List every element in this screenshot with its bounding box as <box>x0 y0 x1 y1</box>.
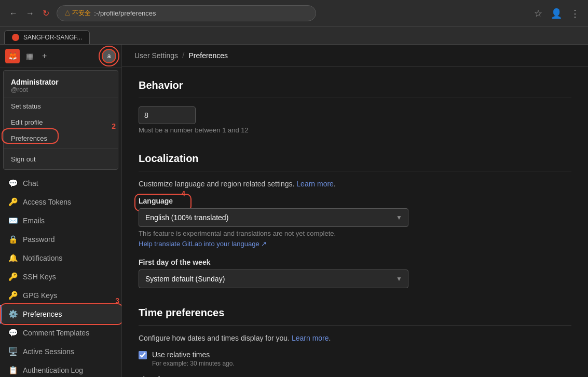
behavior-section: Behavior Must be a number between 1 and … <box>139 79 571 134</box>
notifications-icon: 🔔 <box>8 253 18 263</box>
avatar-initials: a <box>107 52 111 60</box>
language-select-wrapper: English (100% translated) Chinese (Simpl… <box>139 208 408 227</box>
sidebar-item-label: GPG Keys <box>23 291 57 300</box>
language-select[interactable]: English (100% translated) Chinese (Simpl… <box>139 208 408 227</box>
relative-times-label-group: Use relative times For example: 30 minut… <box>152 351 235 367</box>
active-sessions-icon: 🖥️ <box>8 347 18 356</box>
localization-description: Customize language and region related se… <box>139 180 571 188</box>
sidebar-item-ssh-keys[interactable]: 🔑 SSH Keys <box>0 267 121 286</box>
sidebar-item-label: Emails <box>23 217 45 225</box>
sign-out-item[interactable]: Sign out <box>4 151 118 167</box>
password-icon: 🔒 <box>8 235 18 244</box>
address-bar[interactable]: △ 不安全 :-/profile/preferences <box>57 5 316 21</box>
language-translate-link: Help translate GitLab into your language… <box>139 240 571 248</box>
translate-link[interactable]: Help translate GitLab into your language… <box>139 240 267 248</box>
time-prefs-section: Time preferences Configure how dates and… <box>139 307 571 377</box>
gpg-keys-icon: 🔑 <box>8 291 18 300</box>
sidebar-toggle-button[interactable]: ▦ <box>24 49 36 63</box>
bookmark-button[interactable]: ☆ <box>532 6 544 21</box>
sidebar-item-label: Authentication Log <box>23 366 83 374</box>
emails-icon: ✉️ <box>8 216 18 225</box>
app-layout: 🦊 ▦ + a 1 Administrator @root Set status… <box>0 45 588 377</box>
relative-times-row: Use relative times For example: 30 minut… <box>139 351 571 367</box>
sidebar-item-label: Password <box>23 235 54 244</box>
address-text: :-/profile/preferences <box>94 9 156 17</box>
sidebar-item-label: Active Sessions <box>23 347 74 356</box>
relative-times-hint: For example: 30 minutes ago. <box>152 360 235 367</box>
localization-section-title: Localization <box>139 153 571 171</box>
back-button[interactable]: ← <box>6 7 21 20</box>
sidebar-item-access-tokens[interactable]: 🔑 Access Tokens <box>0 193 121 211</box>
user-info: Administrator @root <box>4 73 118 98</box>
first-day-select[interactable]: System default (Sunday) Monday Sunday Sa… <box>139 270 408 288</box>
annotation-number-4: 4 <box>181 190 185 198</box>
breadcrumb-current: Preferences <box>189 51 228 60</box>
sidebar-item-label: SSH Keys <box>23 273 56 281</box>
relative-times-label: Use relative times <box>152 351 235 359</box>
behavior-section-title: Behavior <box>139 79 571 98</box>
behavior-input[interactable] <box>139 106 196 124</box>
preferences-icon: ⚙️ <box>8 309 18 319</box>
relative-times-checkbox[interactable] <box>139 351 147 359</box>
chat-icon: 💬 <box>8 179 18 188</box>
time-prefs-learn-more-link[interactable]: Learn more <box>292 334 329 342</box>
sidebar-item-emails[interactable]: ✉️ Emails <box>0 211 121 230</box>
set-status-item[interactable]: Set status <box>4 98 118 114</box>
user-name: Administrator <box>11 78 111 86</box>
preferences-dropdown-item[interactable]: Preferences 2 <box>4 130 118 146</box>
sidebar-item-chat[interactable]: 💬 Chat <box>0 174 121 193</box>
sidebar-nav: 💬 Chat 🔑 Access Tokens ✉️ Emails 🔒 Passw… <box>0 172 121 377</box>
nav-buttons: ← → ↻ <box>6 6 52 20</box>
new-item-button[interactable]: + <box>40 49 49 63</box>
user-dropdown: Administrator @root Set status Edit prof… <box>3 70 118 170</box>
profile-button[interactable]: 👤 <box>549 6 564 21</box>
sidebar-item-label: Preferences <box>23 310 62 318</box>
content-body: Behavior Must be a number between 1 and … <box>122 67 588 377</box>
breadcrumb-parent[interactable]: User Settings <box>134 51 178 60</box>
user-handle: @root <box>11 86 111 93</box>
security-warning: △ 不安全 <box>64 9 91 18</box>
localization-section: Localization Customize language and regi… <box>139 153 571 288</box>
first-day-select-wrapper: System default (Sunday) Monday Sunday Sa… <box>139 270 408 288</box>
sidebar-topbar: 🦊 ▦ + a 1 <box>0 45 121 68</box>
sidebar-item-notifications[interactable]: 🔔 Notifications <box>0 249 121 267</box>
main-content: User Settings / Preferences Behavior Mus… <box>122 45 588 377</box>
reload-button[interactable]: ↻ <box>39 6 52 20</box>
sidebar-item-label: Notifications <box>23 254 62 262</box>
edit-profile-item[interactable]: Edit profile <box>4 114 118 130</box>
tab-bar: SANGFOR-SANGF... <box>0 27 588 45</box>
time-prefs-description: Configure how dates and times display fo… <box>139 334 571 342</box>
sidebar-item-authentication-log[interactable]: 📋 Authentication Log <box>0 361 121 377</box>
sidebar-item-gpg-keys[interactable]: 🔑 GPG Keys <box>0 286 121 305</box>
dropdown-divider <box>4 149 118 149</box>
access-tokens-icon: 🔑 <box>8 197 18 207</box>
breadcrumb-separator: / <box>182 51 184 60</box>
main-header: User Settings / Preferences <box>122 45 588 67</box>
sidebar-item-label: Comment Templates <box>23 329 89 337</box>
sidebar-item-active-sessions[interactable]: 🖥️ Active Sessions <box>0 342 121 361</box>
first-day-field-group: First day of the week System default (Su… <box>139 258 571 288</box>
localization-learn-more-link[interactable]: Learn more <box>296 180 334 188</box>
tab-favicon <box>12 34 19 41</box>
tab-title: SANGFOR-SANGF... <box>23 34 82 41</box>
language-label: Language 4 <box>139 197 173 205</box>
comment-templates-icon: 💬 <box>8 328 18 338</box>
behavior-field-group: Must be a number between 1 and 12 <box>139 106 571 134</box>
sidebar-item-password[interactable]: 🔒 Password <box>0 230 121 249</box>
active-tab[interactable]: SANGFOR-SANGF... <box>4 30 90 44</box>
time-prefs-section-title: Time preferences <box>139 307 571 326</box>
sidebar-item-comment-templates[interactable]: 💬 Comment Templates <box>0 324 121 342</box>
browser-actions: ☆ 👤 ⋮ <box>532 6 582 21</box>
forward-button[interactable]: → <box>23 7 37 20</box>
first-day-label: First day of the week <box>139 258 571 266</box>
avatar[interactable]: a <box>102 49 116 63</box>
sidebar: 🦊 ▦ + a 1 Administrator @root Set status… <box>0 45 122 377</box>
behavior-hint: Must be a number between 1 and 12 <box>139 126 571 134</box>
authentication-log-icon: 📋 <box>8 366 18 375</box>
gitlab-logo: 🦊 <box>5 49 20 63</box>
browser-chrome: ← → ↻ △ 不安全 :-/profile/preferences ☆ 👤 ⋮ <box>0 0 588 27</box>
sidebar-item-label: Chat <box>23 179 38 187</box>
sidebar-item-preferences[interactable]: ⚙️ Preferences 3 <box>0 305 121 324</box>
menu-button[interactable]: ⋮ <box>568 6 582 21</box>
ssh-keys-icon: 🔑 <box>8 272 18 281</box>
